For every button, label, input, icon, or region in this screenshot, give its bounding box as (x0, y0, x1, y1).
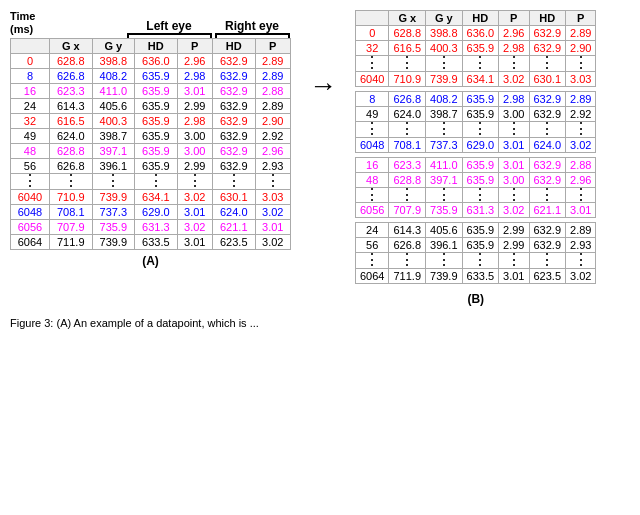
table-cell: 624.0 (213, 205, 256, 220)
table-cell: 0 (356, 26, 389, 41)
table-cell: 3.01 (499, 137, 529, 152)
table-row: ⋮⋮⋮⋮⋮⋮⋮ (11, 174, 291, 190)
table-cell: 635.9 (462, 172, 499, 187)
table-cell: ⋮ (566, 121, 596, 137)
table-cell: 2.98 (177, 69, 212, 84)
table-cell: ⋮ (213, 174, 256, 190)
table-cell: 24 (356, 223, 389, 238)
table-cell: 3.02 (566, 269, 596, 284)
caption-text: Figure 3: (A) An example of a datapoint,… (10, 317, 259, 329)
table-cell: 24 (11, 99, 50, 114)
table-cell: 405.6 (426, 223, 463, 238)
table-cell: 631.3 (135, 220, 178, 235)
table-cell: ⋮ (426, 121, 463, 137)
table-cell: 411.0 (426, 157, 463, 172)
table-cell: 2.92 (255, 129, 290, 144)
col-header: HD (462, 11, 499, 26)
table-cell: 49 (11, 129, 50, 144)
col-header (356, 11, 389, 26)
table-row: 32616.5400.3635.92.98632.92.90 (11, 114, 291, 129)
table-cell: 398.8 (92, 54, 135, 69)
table-cell: 635.9 (135, 99, 178, 114)
table-cell: 6048 (11, 205, 50, 220)
table-cell: 3.02 (566, 137, 596, 152)
table-cell: 737.3 (426, 137, 463, 152)
table-cell: 2.88 (566, 157, 596, 172)
table-cell: ⋮ (356, 56, 389, 72)
table-cell: 635.9 (462, 157, 499, 172)
table-cell: 3.01 (177, 205, 212, 220)
table-cell: ⋮ (356, 121, 389, 137)
table-row: 48628.8397.1635.93.00632.92.96 (356, 172, 596, 187)
table-cell: ⋮ (255, 174, 290, 190)
table-cell: ⋮ (426, 253, 463, 269)
table-cell: 3.02 (499, 71, 529, 86)
table-cell: 628.8 (389, 172, 426, 187)
table-cell: ⋮ (529, 253, 566, 269)
table-cell: 630.1 (213, 190, 256, 205)
table-cell: 708.1 (389, 137, 426, 152)
table-cell: 710.9 (389, 71, 426, 86)
table-cell: 634.1 (462, 71, 499, 86)
table-cell: 3.02 (177, 220, 212, 235)
table-cell: 3.00 (177, 144, 212, 159)
col-p-l: P (177, 39, 212, 54)
table-cell: 0 (11, 54, 50, 69)
right-eye-label: Right eye (225, 19, 279, 33)
table-cell: 2.89 (255, 54, 290, 69)
table-row: 6040710.9739.9634.13.02630.13.03 (11, 190, 291, 205)
table-cell: 711.9 (389, 269, 426, 284)
table-cell: 626.8 (389, 91, 426, 106)
table-cell: 614.3 (49, 99, 92, 114)
table-cell: 3.01 (177, 84, 212, 99)
table-cell: 3.00 (499, 172, 529, 187)
table-cell: 621.1 (213, 220, 256, 235)
table-cell: 707.9 (389, 203, 426, 218)
table-row: 24614.3405.6635.92.99632.92.89 (11, 99, 291, 114)
table-cell: ⋮ (426, 56, 463, 72)
table-cell: 2.96 (499, 26, 529, 41)
table-cell: 635.9 (462, 91, 499, 106)
table-cell: 739.9 (92, 235, 135, 250)
table-cell: ⋮ (11, 174, 50, 190)
table-cell: 739.9 (92, 190, 135, 205)
table-cell: 635.9 (135, 144, 178, 159)
table-cell: 628.8 (49, 54, 92, 69)
table-cell: 737.3 (92, 205, 135, 220)
table-cell: 48 (356, 172, 389, 187)
table-cell: 2.89 (566, 91, 596, 106)
table-cell: 400.3 (92, 114, 135, 129)
table-cell: 628.8 (389, 26, 426, 41)
left-eye-label: Left eye (146, 19, 191, 33)
table-cell: ⋮ (566, 187, 596, 203)
table-cell: 3.00 (177, 129, 212, 144)
col-p-r: P (255, 39, 290, 54)
table-b-label: (B) (355, 292, 596, 306)
table-cell: 632.9 (213, 84, 256, 99)
table-cell: 621.1 (529, 203, 566, 218)
table-cell: 2.99 (177, 99, 212, 114)
table-cell: 635.9 (135, 69, 178, 84)
table-b-groups: G xG yHDPHDP0628.8398.8636.02.96632.92.8… (355, 10, 596, 288)
table-row: 24614.3405.6635.92.99632.92.89 (356, 223, 596, 238)
table-cell: 408.2 (426, 91, 463, 106)
arrow-container: → (301, 70, 345, 102)
table-cell: 2.99 (499, 223, 529, 238)
table-cell: 2.98 (499, 91, 529, 106)
col-hd-r: HD (213, 39, 256, 54)
table-cell: 3.03 (255, 190, 290, 205)
table-cell: 408.2 (92, 69, 135, 84)
table-cell: ⋮ (499, 56, 529, 72)
table-cell: ⋮ (462, 121, 499, 137)
table-cell: 6040 (11, 190, 50, 205)
table-row: ⋮⋮⋮⋮⋮⋮⋮ (356, 187, 596, 203)
table-cell: 624.0 (529, 137, 566, 152)
table-cell: 632.9 (529, 91, 566, 106)
table-cell: ⋮ (499, 187, 529, 203)
table-cell: 16 (11, 84, 50, 99)
table-cell: 634.1 (135, 190, 178, 205)
table-cell: 3.02 (255, 235, 290, 250)
table-cell: 2.89 (255, 69, 290, 84)
table-cell: ⋮ (356, 253, 389, 269)
table-row: 6040710.9739.9634.13.02630.13.03 (356, 71, 596, 86)
